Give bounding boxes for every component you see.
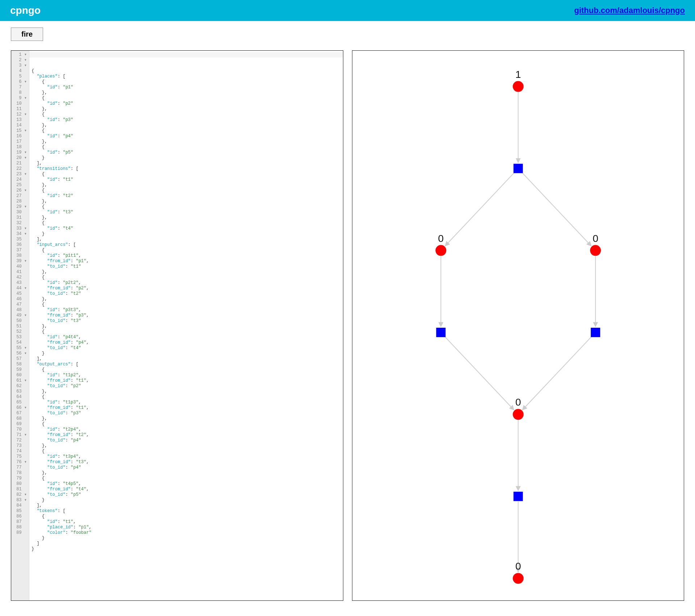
- line-number-gutter: 1 ▾ 2 ▾ 3 ▾ 4 5 6 ▾ 7 8 9 ▾ 10 11 12 ▾ 1…: [11, 51, 29, 600]
- place-token-count: 0: [593, 233, 598, 244]
- app-header: cpngo github.com/adamlouis/cpngo: [0, 0, 695, 21]
- transition-node[interactable]: [591, 328, 600, 337]
- place-token-count: 0: [515, 397, 521, 408]
- place-node[interactable]: [435, 245, 446, 256]
- petri-net-graph[interactable]: 10000: [352, 51, 684, 600]
- arc: [445, 172, 514, 246]
- main-panels: 1 ▾ 2 ▾ 3 ▾ 4 5 6 ▾ 7 8 9 ▾ 10 11 12 ▾ 1…: [0, 45, 695, 612]
- github-link[interactable]: github.com/adamlouis/cpngo: [574, 6, 685, 15]
- transition-node[interactable]: [513, 164, 523, 173]
- arc: [522, 172, 591, 246]
- arc: [444, 336, 514, 410]
- place-node[interactable]: [590, 245, 601, 256]
- fire-button[interactable]: fire: [11, 28, 43, 41]
- app-title: cpngo: [10, 5, 41, 16]
- code-content[interactable]: { "places": [ { "id": "p1" }, { "id": "p…: [29, 51, 343, 600]
- toolbar: fire: [0, 21, 695, 45]
- code-editor[interactable]: 1 ▾ 2 ▾ 3 ▾ 4 5 6 ▾ 7 8 9 ▾ 10 11 12 ▾ 1…: [11, 50, 343, 601]
- transition-node[interactable]: [513, 492, 523, 501]
- place-token-count: 0: [515, 561, 521, 572]
- graph-panel: 10000: [352, 50, 684, 601]
- transition-node[interactable]: [436, 328, 445, 337]
- place-node[interactable]: [512, 573, 523, 584]
- place-node[interactable]: [512, 81, 523, 92]
- active-line-highlight: [29, 52, 343, 58]
- arc: [522, 336, 592, 410]
- place-token-count: 1: [515, 69, 521, 80]
- place-node[interactable]: [512, 409, 523, 420]
- place-token-count: 0: [438, 233, 444, 244]
